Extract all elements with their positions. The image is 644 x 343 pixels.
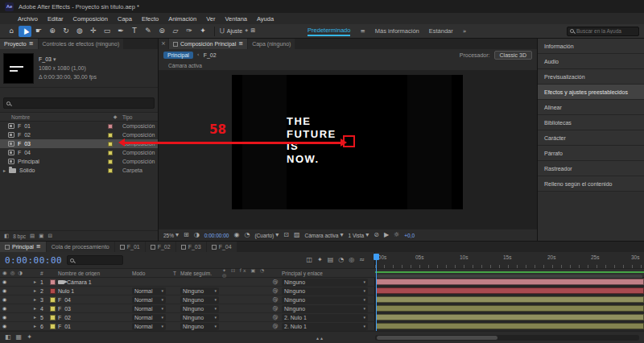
current-time-display[interactable]: 0:00:00:00 — [5, 255, 62, 266]
blend-mode-dropdown[interactable]: Normal▾ — [132, 287, 166, 295]
blend-mode-dropdown[interactable]: Normal▾ — [132, 314, 166, 321]
timeline-search-box[interactable] — [67, 255, 123, 265]
sidebar-item-relleno[interactable]: Relleno según el contenido — [538, 176, 644, 192]
sidebar-item-caracter[interactable]: Carácter — [538, 130, 644, 146]
project-item-f01[interactable]: F_01 Composición — [0, 122, 158, 130]
camera-tool-button[interactable]: ◍ — [73, 26, 86, 37]
sidebar-item-parrafo[interactable]: Párrafo — [538, 146, 644, 161]
pick-whip-icon[interactable]: @ — [269, 306, 282, 312]
close-icon[interactable]: × — [159, 39, 168, 49]
pick-whip-icon[interactable]: @ — [269, 288, 282, 294]
layer-duration-bar[interactable] — [376, 323, 644, 329]
sidebar-item-bibliotecas[interactable]: Bibliotecas — [538, 115, 644, 130]
track-matte-dropdown[interactable]: Ninguno▾ — [180, 323, 219, 330]
hide-shy-layers-icon[interactable]: ▤ — [328, 257, 334, 263]
layer-duration-bar[interactable] — [376, 287, 644, 294]
panel-menu-icon[interactable]: ≡ — [36, 244, 41, 250]
layer-row-f02[interactable]: ◉ ▸ 5 F_02 Normal▾ Ninguno▾ @ 2. Nulo 1▾ — [0, 313, 644, 322]
magnification-dropdown[interactable]: 25%▾ — [163, 232, 179, 238]
timeline-search-input[interactable] — [76, 258, 120, 263]
layer-duration-bar[interactable] — [376, 279, 644, 285]
project-item-f02[interactable]: F_02 Composición — [0, 130, 158, 139]
layer-row-f01[interactable]: ◉ ▸ 6 F_01 Normal▾ Ninguno▾ @ 2. Nulo 1▾ — [0, 322, 644, 331]
layer-duration-bar[interactable] — [376, 296, 644, 303]
clone-stamp-tool-button[interactable]: ⊚ — [155, 26, 168, 37]
expander-icon[interactable]: ▸ — [34, 297, 40, 302]
column-tipo[interactable]: Tipo — [122, 114, 158, 120]
layer-name[interactable]: Cámara 1 — [67, 279, 92, 285]
snap-toggle[interactable]: ⋃ Ajuste ⌖ ⊞ — [220, 28, 255, 34]
layer-track[interactable] — [374, 287, 644, 295]
timeline-tab-cola[interactable]: Cola de procesamiento — [47, 242, 114, 252]
channels-icon[interactable]: ◔ — [244, 232, 250, 238]
label-swatch[interactable] — [108, 159, 113, 164]
sidebar-item-previsualizacion[interactable]: Previsualización — [538, 69, 644, 85]
help-search-box[interactable] — [567, 27, 639, 36]
layer-name[interactable]: Nulo 1 — [58, 288, 74, 294]
motion-blur-icon[interactable]: ◎ — [349, 257, 354, 263]
panel-menu-icon[interactable]: ≡ — [29, 41, 34, 47]
graph-editor-icon[interactable]: ≈ — [359, 257, 365, 263]
snap-target-icon[interactable]: ⌖ — [245, 28, 248, 34]
workspace-predeterminado[interactable]: Predeterminado — [308, 27, 350, 36]
blend-mode-dropdown[interactable]: Normal▾ — [132, 305, 166, 312]
mask-visibility-icon[interactable]: ◑ — [194, 232, 200, 238]
selection-tool-button[interactable]: ▶ — [19, 26, 31, 37]
pick-whip-icon[interactable]: @ — [269, 279, 282, 285]
help-search-input[interactable] — [576, 28, 636, 34]
menu-archivo[interactable]: Archivo — [13, 15, 43, 23]
pick-whip-icon[interactable]: @ — [269, 297, 282, 303]
workspace-menu-icon[interactable]: ≡ — [360, 28, 365, 35]
workspace-overflow-icon[interactable]: » — [463, 28, 467, 35]
column-mode[interactable]: Modo — [132, 271, 169, 276]
label-swatch[interactable] — [108, 133, 113, 138]
toggle-switches-icon[interactable]: ▦ — [16, 334, 23, 341]
sidebar-item-informacion[interactable]: Información — [538, 39, 644, 54]
expander-icon[interactable]: ▸ — [3, 168, 8, 173]
parent-dropdown[interactable]: Ninguno▾ — [282, 287, 368, 295]
tab-proyecto[interactable]: Proyecto ≡ — [0, 39, 38, 49]
layer-color-swatch[interactable] — [50, 297, 56, 303]
eye-icon[interactable]: ◉ — [2, 315, 6, 320]
column-parent-link[interactable]: Principal y enlace — [282, 271, 374, 276]
snapshot-icon[interactable]: ◉ — [233, 232, 239, 238]
layer-name[interactable]: F_01 — [58, 324, 71, 329]
pixel-aspect-icon[interactable]: ⊘ — [374, 232, 379, 238]
pen-tool-button[interactable]: ✒ — [114, 26, 127, 37]
navigator-principal[interactable]: Principal — [163, 52, 193, 59]
layer-row-f04[interactable]: ◉ ▸ 3 F_04 Normal▾ Ninguno▾ @ Ninguno▾ — [0, 295, 644, 304]
timeline-tab-f03[interactable]: F_03 — [176, 242, 206, 252]
layer-color-swatch[interactable] — [50, 324, 56, 329]
grid-guides-icon[interactable]: ⊞ — [184, 232, 189, 238]
menu-capa[interactable]: Capa — [113, 15, 137, 23]
menu-editar[interactable]: Editar — [43, 15, 68, 23]
layer-name[interactable]: F_02 — [58, 315, 71, 320]
exposure-value[interactable]: +0,0 — [404, 233, 415, 238]
layer-track[interactable] — [374, 313, 644, 321]
new-composition-icon[interactable]: ▣ — [39, 233, 43, 239]
zoom-tool-button[interactable]: ⊕ — [46, 26, 59, 37]
roto-brush-tool-button[interactable]: ✑ — [183, 26, 196, 37]
pick-whip-icon[interactable]: @ — [269, 315, 282, 320]
layer-name[interactable]: F_04 — [58, 297, 71, 303]
label-column-icon[interactable]: ◆ — [108, 114, 122, 119]
layer-row-f03[interactable]: ◉ ▸ 4 F_03 Normal▾ Ninguno▾ @ Ninguno▾ — [0, 304, 644, 313]
tab-controles-de-efectos[interactable]: Controles de efectos (ninguno) — [39, 39, 124, 49]
menu-efecto[interactable]: Efecto — [137, 15, 163, 23]
eraser-tool-button[interactable]: ▱ — [169, 26, 182, 37]
track-matte-dropdown[interactable]: Ninguno▾ — [180, 287, 219, 295]
column-source-name[interactable]: Nombre de origen — [58, 271, 132, 276]
interpret-footage-icon[interactable]: ◧ — [4, 233, 9, 239]
snap-grid-icon[interactable]: ⊞ — [250, 28, 255, 34]
timeline-tab-principal[interactable]: Principal ≡ — [0, 242, 46, 252]
parent-dropdown[interactable]: Ninguno▾ — [282, 305, 368, 312]
timeline-tab-f01[interactable]: F_01 — [115, 242, 145, 252]
project-search-box[interactable] — [3, 97, 155, 109]
menu-ver[interactable]: Ver — [201, 15, 220, 23]
composition-viewport[interactable]: THE FUTURE IS NOW. — [159, 70, 537, 229]
current-time-indicator-line[interactable] — [376, 254, 377, 331]
parent-dropdown[interactable]: Ninguno▾ — [282, 279, 368, 286]
sidebar-item-rastreador[interactable]: Rastreador — [538, 161, 644, 176]
chevron-down-icon[interactable]: ▾ — [53, 56, 56, 63]
parent-dropdown[interactable]: Ninguno▾ — [282, 296, 368, 304]
